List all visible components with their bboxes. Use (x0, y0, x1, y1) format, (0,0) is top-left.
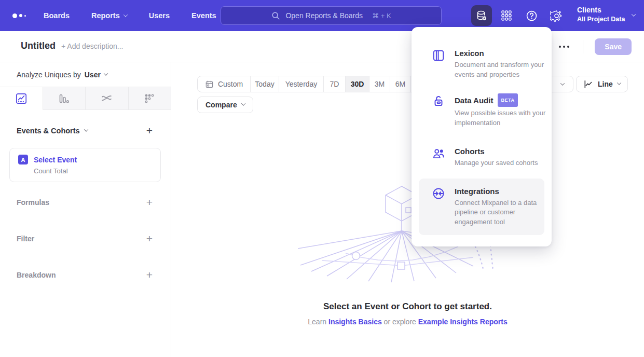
chevron-down-icon (241, 101, 245, 105)
database-gear-icon (475, 9, 488, 22)
data-audit-lock-icon (432, 93, 445, 128)
divider (583, 40, 583, 53)
more-options-button[interactable] (557, 44, 571, 50)
beta-badge: BETA (498, 93, 517, 107)
flow-icon (101, 92, 113, 104)
date-range-custom[interactable]: Custom (198, 76, 251, 92)
analyze-row: Analyze Uniques by User (0, 62, 171, 87)
date-range-today[interactable]: Today (251, 76, 279, 92)
line-style-icon (583, 79, 593, 89)
date-range-7d[interactable]: 7D (324, 76, 346, 92)
chevron-down-icon (104, 71, 108, 75)
search-icon (271, 11, 280, 20)
date-range-30d[interactable]: 30D (346, 76, 369, 92)
search-shortcut: ⌘ + K (372, 12, 391, 20)
help-icon (525, 9, 538, 22)
add-filter-button[interactable]: + (146, 234, 153, 243)
mixpanel-logo[interactable] (12, 0, 26, 31)
menu-item-cohorts[interactable]: Cohorts Manage your saved cohorts (412, 146, 552, 168)
date-range-yesterday[interactable]: Yesterday (279, 76, 324, 92)
chevron-down-icon (124, 12, 128, 17)
analyze-by-dropdown[interactable]: User (85, 71, 107, 79)
query-builder-sidebar: Analyze Uniques by User (0, 62, 171, 357)
bar-chart-icon (58, 93, 70, 104)
formulas-row[interactable]: Formulas + (0, 196, 171, 209)
report-canvas: Custom Today Yesterday 7D 30D 3M 6M Comp… (171, 62, 644, 357)
tab-metrics-grid[interactable] (129, 87, 171, 110)
line-chart-icon (16, 93, 27, 104)
calendar-icon (205, 80, 214, 89)
nav-item-users[interactable]: Users (149, 11, 170, 20)
save-button[interactable]: Save (595, 38, 632, 55)
apps-grid-button[interactable] (499, 8, 514, 23)
project-scope: All Project Data (577, 15, 625, 24)
event-card[interactable]: A Select Event Count Total (9, 148, 161, 182)
add-formula-button[interactable]: + (146, 198, 153, 207)
events-cohorts-header: Events & Cohorts + (0, 126, 171, 135)
menu-item-data-audit[interactable]: Data Audit BETA View possible issues wit… (412, 93, 552, 128)
breakdown-row[interactable]: Breakdown + (0, 269, 171, 281)
events-cohorts-toggle[interactable]: Events & Cohorts (17, 127, 88, 135)
analyze-label: Analyze Uniques by (17, 71, 81, 79)
chart-style-dropdown[interactable]: Line (576, 76, 628, 92)
compare-dropdown[interactable]: Compare (197, 97, 253, 113)
add-event-button[interactable]: + (146, 126, 153, 135)
chevron-down-icon (560, 81, 564, 85)
event-aggregation[interactable]: Count Total (34, 167, 152, 175)
filter-row[interactable]: Filter + (0, 232, 171, 245)
lexicon-book-icon (432, 48, 445, 79)
menu-item-integrations[interactable]: Integrations Connect Mixpanel to a data … (419, 178, 544, 236)
date-range-3m[interactable]: 3M (369, 76, 390, 92)
chevron-down-icon (617, 80, 621, 85)
chevron-down-icon (84, 127, 88, 131)
menu-item-lexicon[interactable]: Lexicon Document and transform your even… (412, 48, 552, 79)
project-selector[interactable]: Clients All Project Data (577, 5, 635, 24)
nav-item-reports[interactable]: Reports (91, 11, 127, 20)
search-placeholder: Open Reports & Boards (285, 11, 363, 20)
add-breakdown-button[interactable]: + (146, 270, 153, 280)
integrations-sync-icon (432, 186, 445, 227)
report-title[interactable]: Untitled (21, 40, 56, 51)
main-nav: Boards Reports Users Events (44, 11, 216, 20)
nav-item-boards[interactable]: Boards (44, 11, 70, 20)
chart-type-tabs (0, 87, 171, 110)
dots-grid-icon (144, 93, 155, 104)
tab-insights-line[interactable] (0, 87, 43, 110)
event-letter-badge: A (18, 155, 28, 164)
nav-item-events[interactable]: Events (191, 11, 216, 20)
chevron-down-icon (632, 12, 636, 16)
add-description-field[interactable]: + Add description... (61, 42, 123, 50)
grid-icon (500, 9, 513, 22)
top-navbar: Boards Reports Users Events Open Reports… (0, 0, 644, 31)
example-reports-link[interactable]: Example Insights Reports (418, 318, 508, 326)
help-button[interactable] (524, 8, 539, 23)
insights-basics-link[interactable]: Insights Basics (328, 318, 382, 326)
global-search-input[interactable]: Open Reports & Boards ⌘ + K (221, 6, 442, 25)
settings-button[interactable] (549, 8, 564, 23)
tab-flow-chart[interactable] (86, 87, 129, 110)
data-management-menu: Lexicon Document and transform your even… (412, 27, 552, 246)
org-name: Clients (577, 5, 625, 15)
select-event-button[interactable]: Select Event (34, 156, 77, 164)
tab-bar-chart[interactable] (43, 87, 86, 110)
date-range-6m[interactable]: 6M (390, 76, 411, 92)
empty-state-links: Learn Insights Basics or explore Example… (171, 318, 644, 326)
cohorts-people-icon (432, 146, 445, 168)
data-management-button[interactable] (471, 5, 492, 26)
date-range-more-dropdown[interactable] (551, 76, 573, 92)
empty-state-title: Select an Event or Cohort to get started… (171, 301, 644, 312)
gear-icon (550, 9, 563, 22)
